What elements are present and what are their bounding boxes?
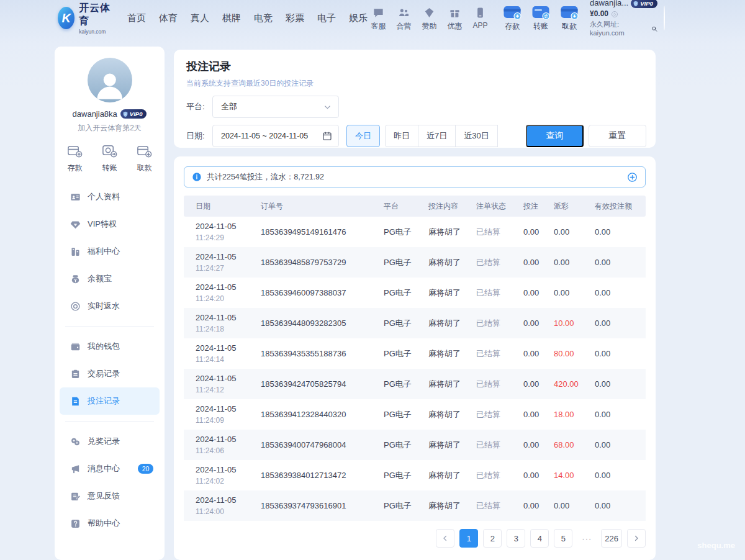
header-tool-label: APP — [469, 21, 491, 30]
cell-platform: PG电子 — [384, 379, 428, 390]
cell-bet-amount: 0.00 — [523, 258, 554, 267]
sidebar-item[interactable]: 消息中心 20 — [60, 455, 160, 482]
nav-item[interactable]: 体育 — [159, 12, 178, 24]
calendar-icon — [322, 131, 332, 141]
nav-item[interactable]: 娱乐 — [349, 12, 368, 24]
sidebar-item-label: 消息中心 — [88, 463, 120, 474]
cell-status: 已结算 — [476, 470, 523, 481]
table-row[interactable]: 2024-11-05 11:24:14 1853639435355188736 … — [184, 338, 646, 369]
records-panel: 共计2254笔投注，流水：8,721.92 日期订单号平台投注内容注单状态投注派… — [174, 156, 656, 560]
table-row[interactable]: 2024-11-05 11:24:09 1853639412328440320 … — [184, 399, 646, 430]
nav-item[interactable]: 电竞 — [254, 12, 273, 24]
cell-valid-amount: 0.00 — [595, 471, 646, 480]
table-row[interactable]: 2024-11-05 11:24:06 1853639400747968004 … — [184, 430, 646, 460]
next-page-button[interactable] — [627, 529, 646, 548]
profile-quick-action-label: 取款 — [136, 163, 153, 173]
cell-payout: 0.00 — [554, 227, 595, 237]
cell-bet-content: 麻将胡了 — [428, 287, 476, 299]
cell-date: 2024-11-05 11:24:27 — [196, 252, 261, 273]
wallet-tool-label: 取款 — [558, 21, 581, 32]
search-icon[interactable] — [651, 25, 657, 32]
brand-logo[interactable]: K 开云体育 kaiyun.com — [58, 2, 111, 35]
sidebar-item[interactable]: 交易记录 — [60, 360, 160, 387]
sidebar-item[interactable]: 投注记录 — [60, 387, 160, 415]
sidebar-item-icon — [70, 396, 81, 407]
wallet-tool[interactable]: 转账 — [529, 4, 553, 32]
profile-quick-action-icon — [101, 143, 118, 160]
profile-quick-action[interactable]: 取款 — [136, 143, 153, 173]
nav-item[interactable]: 电子 — [317, 12, 336, 24]
cell-status: 已结算 — [476, 500, 523, 512]
cell-date: 2024-11-05 11:24:29 — [196, 222, 261, 242]
header-tool[interactable]: 优惠 — [444, 5, 466, 32]
sidebar-item[interactable]: 意见反馈 — [60, 482, 160, 510]
page-number-button[interactable]: 5 — [554, 529, 572, 548]
sidebar-item[interactable]: 余额宝 — [60, 265, 160, 292]
page-number-button[interactable]: 3 — [507, 529, 525, 548]
page-number-button[interactable]: 4 — [530, 529, 549, 548]
quick-date-filter-button[interactable]: 近7日 — [418, 125, 456, 147]
reset-button[interactable]: 重置 — [589, 125, 646, 147]
sidebar-item[interactable]: VIP特权 — [60, 210, 160, 238]
platform-label: 平台: — [186, 101, 212, 112]
vip-shield-icon — [122, 111, 129, 117]
date-range-input[interactable]: 2024-11-05 ~ 2024-11-05 — [212, 125, 339, 147]
wallet-tool[interactable]: 存款 — [500, 4, 524, 32]
refresh-balance-icon[interactable] — [611, 11, 618, 18]
cell-bet-amount: 0.00 — [523, 227, 554, 237]
page-number-button[interactable]: 1 — [459, 529, 478, 548]
profile-quick-action[interactable]: 转账 — [101, 143, 118, 173]
sidebar-item-icon — [70, 436, 81, 447]
quick-date-filter-button[interactable]: 昨日 — [385, 125, 418, 147]
page-number-button[interactable]: 226 — [601, 529, 622, 548]
query-button[interactable]: 查询 — [526, 125, 584, 147]
cell-bet-amount: 0.00 — [523, 501, 554, 510]
sidebar-item-icon — [70, 369, 81, 379]
header-tool[interactable]: 合营 — [393, 5, 415, 32]
header-tool-label: 客服 — [368, 21, 389, 32]
expand-plus-icon[interactable] — [627, 172, 638, 183]
table-row[interactable]: 2024-11-05 11:24:27 1853639485879753729 … — [184, 247, 646, 278]
nav-item[interactable]: 棋牌 — [222, 12, 241, 24]
header-tool-label: 赞助 — [418, 21, 440, 32]
table-row[interactable]: 2024-11-05 11:24:18 1853639448093282305 … — [184, 308, 646, 338]
page-number-button[interactable]: ··· — [577, 529, 596, 548]
prev-page-button[interactable] — [436, 529, 454, 548]
table-row[interactable]: 2024-11-05 11:24:00 1853639374793616901 … — [184, 490, 646, 521]
header-tool[interactable]: APP — [469, 5, 491, 32]
quick-date-filter-button[interactable]: 近30日 — [455, 125, 497, 147]
profile-quick-action-icon — [66, 143, 83, 160]
header-tool[interactable]: 赞助 — [418, 5, 440, 32]
cell-platform: PG电子 — [384, 318, 428, 329]
sidebar-item[interactable]: 福利中心 — [60, 238, 160, 265]
sidebar-item-label: 交易记录 — [88, 368, 120, 379]
avatar[interactable] — [664, 6, 665, 30]
page-number-button[interactable]: 2 — [483, 529, 502, 548]
sidebar-item[interactable]: 实时返水 — [60, 292, 160, 320]
wallet-tool[interactable]: 取款 — [558, 4, 581, 32]
sidebar-item[interactable]: 兑奖记录 — [60, 428, 160, 455]
cell-payout: 0.00 — [554, 288, 595, 297]
avatar[interactable] — [87, 57, 133, 103]
cell-bet-content: 麻将胡了 — [428, 257, 476, 268]
table-row[interactable]: 2024-11-05 11:24:29 1853639495149161476 … — [184, 217, 646, 247]
platform-select[interactable]: 全部 — [212, 96, 339, 118]
user-summary[interactable]: dawanjia... VIP0 ¥0.00 永久网址: kaiyun.com — [590, 0, 657, 38]
quick-date-filter-button[interactable]: 今日 — [346, 125, 380, 147]
top-bar: K 开云体育 kaiyun.com 首页体育真人棋牌电竞彩票电子娱乐 客服 合营… — [0, 0, 745, 36]
profile-quick-action[interactable]: 存款 — [66, 143, 83, 173]
cell-valid-amount: 0.00 — [595, 379, 646, 389]
table-row[interactable]: 2024-11-05 11:24:02 1853639384012713472 … — [184, 460, 646, 490]
sidebar-item[interactable]: 个人资料 — [60, 183, 160, 210]
table-row[interactable]: 2024-11-05 11:24:12 1853639424705825794 … — [184, 369, 646, 399]
sidebar-item[interactable]: 我的钱包 — [60, 333, 160, 360]
cell-order-number: 1853639485879753729 — [261, 258, 384, 267]
unread-count-badge: 20 — [138, 464, 153, 474]
header-tool[interactable]: 客服 — [368, 5, 389, 32]
table-row[interactable]: 2024-11-05 11:24:20 1853639460097388037 … — [184, 278, 646, 308]
nav-item[interactable]: 首页 — [127, 12, 146, 24]
nav-item[interactable]: 真人 — [191, 12, 209, 24]
sidebar-item[interactable]: 帮助中心 — [60, 510, 160, 537]
cell-order-number: 1853639448093282305 — [261, 318, 384, 328]
nav-item[interactable]: 彩票 — [286, 12, 304, 24]
